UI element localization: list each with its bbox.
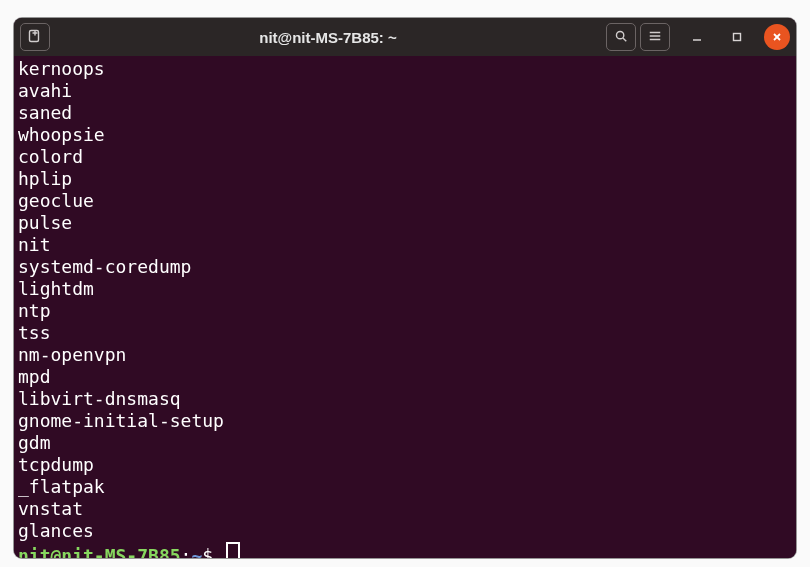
- close-icon: [771, 31, 783, 43]
- terminal-output-line: hplip: [18, 168, 792, 190]
- terminal-output-line: saned: [18, 102, 792, 124]
- terminal-output-line: vnstat: [18, 498, 792, 520]
- titlebar: nit@nit-MS-7B85: ~: [14, 18, 796, 56]
- terminal-output-line: kernoops: [18, 58, 792, 80]
- terminal-output-line: whoopsie: [18, 124, 792, 146]
- terminal-output-line: libvirt-dnsmasq: [18, 388, 792, 410]
- minimize-icon: [691, 31, 703, 43]
- terminal-output-line: tss: [18, 322, 792, 344]
- new-tab-button[interactable]: [20, 23, 50, 51]
- svg-rect-0: [30, 30, 39, 41]
- terminal-output-line: nit: [18, 234, 792, 256]
- search-icon: [614, 29, 628, 46]
- svg-point-1: [616, 31, 623, 38]
- terminal-output-line: mpd: [18, 366, 792, 388]
- terminal-output-line: avahi: [18, 80, 792, 102]
- menu-button[interactable]: [640, 23, 670, 51]
- terminal-window: nit@nit-MS-7B85: ~: [14, 18, 796, 558]
- terminal-output-line: systemd-coredump: [18, 256, 792, 278]
- close-button[interactable]: [764, 24, 790, 50]
- maximize-button[interactable]: [724, 24, 750, 50]
- terminal-output-line: ntp: [18, 300, 792, 322]
- terminal-prompt-line[interactable]: nit@nit-MS-7B85:~$: [18, 542, 792, 558]
- terminal-body[interactable]: kernoopsavahisanedwhoopsiecolordhplipgeo…: [14, 56, 796, 558]
- terminal-output-line: pulse: [18, 212, 792, 234]
- terminal-cursor: [226, 542, 240, 558]
- prompt-user-host: nit@nit-MS-7B85: [18, 545, 181, 558]
- minimize-button[interactable]: [684, 24, 710, 50]
- titlebar-left: [20, 23, 50, 51]
- terminal-output-line: geoclue: [18, 190, 792, 212]
- svg-rect-7: [734, 34, 741, 41]
- terminal-output-line: _flatpak: [18, 476, 792, 498]
- titlebar-right: [606, 23, 790, 51]
- terminal-output-line: colord: [18, 146, 792, 168]
- new-tab-icon: [27, 28, 43, 47]
- hamburger-icon: [648, 29, 662, 46]
- terminal-output-line: gdm: [18, 432, 792, 454]
- terminal-output-line: glances: [18, 520, 792, 542]
- terminal-output-line: nm-openvpn: [18, 344, 792, 366]
- terminal-output-line: tcpdump: [18, 454, 792, 476]
- maximize-icon: [731, 31, 743, 43]
- svg-line-2: [623, 37, 626, 40]
- window-title: nit@nit-MS-7B85: ~: [50, 29, 606, 46]
- terminal-output-line: lightdm: [18, 278, 792, 300]
- prompt-path: ~: [191, 545, 202, 558]
- search-button[interactable]: [606, 23, 636, 51]
- prompt-symbol: $: [202, 545, 224, 558]
- terminal-output-line: gnome-initial-setup: [18, 410, 792, 432]
- prompt-colon: :: [181, 545, 192, 558]
